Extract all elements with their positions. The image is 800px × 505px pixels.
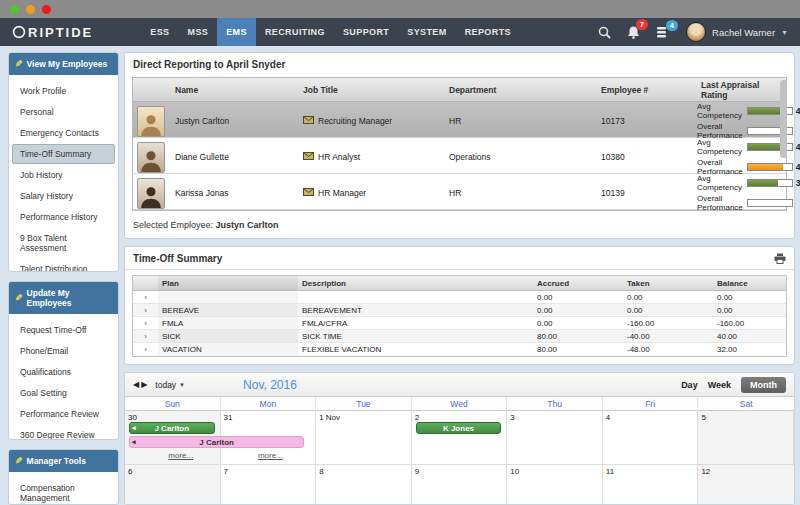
time-off-row-sick[interactable]: › SICK SICK TIME 80.00 -40.00 40.00 — [133, 330, 786, 343]
sidebar: ✎ View My Employees Work Profile Persona… — [8, 52, 119, 505]
time-off-row-bereave[interactable]: › BEREAVE BEREAVEMENT 0.00 0.00 0.00 — [133, 304, 786, 317]
time-off-row-fmla[interactable]: › FMLA FMLA/CFRA 0.00 -160.00 -160.00 — [133, 317, 786, 330]
col-plan[interactable]: Plan — [158, 276, 298, 290]
window-minimize-button[interactable] — [10, 5, 19, 14]
notifications-bell-icon[interactable]: 7 — [627, 25, 640, 39]
printer-icon[interactable] — [774, 253, 794, 264]
sidebar-item-emergency-contacts[interactable]: Emergency Contacts — [12, 123, 115, 143]
nav-item-ems[interactable]: EMS — [217, 18, 256, 46]
time-off-row[interactable]: › 0.00 0.00 0.00 — [133, 291, 786, 304]
col-employee-number[interactable]: Employee # — [597, 85, 697, 95]
calendar-day-cell[interactable]: 12 — [698, 465, 794, 505]
sidebar-item-goal-setting[interactable]: Goal Setting — [12, 383, 115, 403]
expand-arrow-icon[interactable]: › — [133, 332, 158, 341]
calendar-day-cell[interactable]: 4 — [603, 411, 699, 465]
riptide-logo-icon — [12, 25, 26, 39]
selected-employee-name: Justyn Carlton — [216, 220, 279, 230]
pencil-icon: ✎ — [15, 456, 23, 466]
overall-performance-bar — [747, 199, 793, 207]
calendar-more-link-sun[interactable]: more... — [168, 451, 193, 460]
sidebar-item-360-degree-review[interactable]: 360 Degree Review — [12, 425, 115, 441]
table-scrollbar[interactable] — [780, 80, 787, 200]
col-accrued[interactable]: Accrued — [533, 279, 623, 288]
sidebar-item-time-off-summary[interactable]: Time-Off Summary — [12, 144, 115, 164]
sidebar-section-header[interactable]: ✎ Update My Employees — [9, 282, 118, 314]
nav-item-support[interactable]: SUPPORT — [334, 18, 398, 46]
sidebar-item-phone-email[interactable]: Phone/Email — [12, 341, 115, 361]
sidebar-item-job-history[interactable]: Job History — [12, 165, 115, 185]
chevron-down-icon: ▼ — [781, 29, 788, 36]
mail-icon[interactable] — [303, 188, 314, 198]
calendar-day-cell[interactable]: 10 — [507, 465, 603, 505]
sidebar-item-compensation-management[interactable]: Compensation Management — [12, 478, 115, 505]
nav-item-ess[interactable]: ESS — [141, 18, 178, 46]
nav-item-reports[interactable]: REPORTS — [456, 18, 520, 46]
sidebar-item-qualifications[interactable]: Qualifications — [12, 362, 115, 382]
employee-row-diane-gullette[interactable]: Diane Gullette HR Analyst Operations 103… — [133, 138, 786, 174]
direct-reporting-title: Direct Reporting to April Snyder — [125, 53, 794, 75]
sidebar-item-salary-history[interactable]: Salary History — [12, 186, 115, 206]
col-department[interactable]: Department — [445, 85, 597, 95]
expand-arrow-icon[interactable]: › — [133, 319, 158, 328]
calendar-view-week[interactable]: Week — [708, 380, 731, 390]
calendar-day-cell[interactable]: 5 — [698, 411, 794, 465]
employee-row-karissa-jonas[interactable]: Karissa Jonas HR Manager HR 10139 Avg Co… — [133, 174, 786, 210]
calendar-view-month[interactable]: Month — [741, 377, 786, 393]
col-job-title[interactable]: Job Title — [299, 85, 445, 95]
employee-job-title: Recruiting Manager — [318, 116, 392, 126]
window-maximize-button[interactable] — [26, 5, 35, 14]
calendar-more-link-mon[interactable]: more... — [258, 451, 283, 460]
mail-icon[interactable] — [303, 152, 314, 162]
pencil-icon: ✎ — [15, 59, 23, 69]
mail-icon[interactable] — [303, 116, 314, 126]
sidebar-item-work-profile[interactable]: Work Profile — [12, 81, 115, 101]
brand-name: RIPTIDE — [28, 25, 93, 40]
calendar-day-cell[interactable]: 3 — [507, 411, 603, 465]
calendar-event-j-carlton-pink[interactable]: ◂J Carlton — [129, 436, 304, 448]
employee-photo — [137, 106, 165, 137]
calendar-event-k-jones[interactable]: K Jones — [416, 422, 502, 434]
calendar-event-j-carlton-green[interactable]: ◂J Carlton — [129, 422, 215, 434]
col-balance[interactable]: Balance — [713, 279, 786, 288]
sidebar-item-request-time-off[interactable]: Request Time-Off — [12, 320, 115, 340]
sidebar-section-header[interactable]: ✎ Manager Tools — [9, 450, 118, 472]
calendar-day-cell[interactable]: 9 — [412, 465, 508, 505]
sidebar-item-personal[interactable]: Personal — [12, 102, 115, 122]
search-icon[interactable] — [598, 26, 611, 39]
time-off-row-vacation[interactable]: › VACATION FLEXIBLE VACATION 80.00 -48.0… — [133, 343, 786, 356]
calendar-day-cell[interactable]: 2 — [412, 411, 508, 465]
employee-job-title: HR Manager — [318, 188, 366, 198]
nav-item-mss[interactable]: MSS — [179, 18, 218, 46]
col-last-appraisal-rating[interactable]: Last Appraisal Rating — [697, 80, 786, 100]
selected-employee-line: Selected Employee: Justyn Carlton — [125, 211, 794, 238]
sidebar-item-talent-distribution-curve[interactable]: Talent Distribution Curve — [12, 259, 115, 272]
expand-arrow-icon[interactable]: › — [133, 345, 158, 354]
calendar-day-cell[interactable]: 7 — [221, 465, 317, 505]
brand-logo[interactable]: RIPTIDE — [12, 25, 93, 40]
nav-item-system[interactable]: SYSTEM — [398, 18, 455, 46]
sidebar-item-performance-review[interactable]: Performance Review — [12, 404, 115, 424]
calendar-day-cell[interactable]: 8 — [316, 465, 412, 505]
time-off-summary-panel: Time-Off Summary Plan Description Accrue… — [124, 246, 795, 365]
nav-item-recruiting[interactable]: RECRUITING — [256, 18, 334, 46]
user-menu[interactable]: Rachel Warner ▼ — [686, 22, 788, 42]
tasks-icon[interactable]: 4 — [656, 26, 670, 39]
expand-arrow-icon[interactable]: › — [133, 306, 158, 315]
calendar-day-cell[interactable]: 11 — [603, 465, 699, 505]
calendar-view-day[interactable]: Day — [681, 380, 698, 390]
window-close-button[interactable] — [42, 5, 51, 14]
col-taken[interactable]: Taken — [623, 279, 713, 288]
col-name[interactable]: Name — [171, 85, 299, 95]
calendar-day-cell[interactable]: 1 Nov — [316, 411, 412, 465]
calendar-today-button[interactable]: today ▼ — [155, 380, 185, 390]
expand-arrow-icon[interactable]: › — [133, 293, 158, 302]
calendar-prev-next-arrows[interactable]: ◀▶ — [133, 380, 149, 389]
col-description[interactable]: Description — [298, 279, 533, 288]
time-off-summary-title: Time-Off Summary — [125, 247, 230, 269]
sidebar-item-9-box-talent-assessment[interactable]: 9 Box Talent Assessment — [12, 228, 115, 258]
direct-reporting-panel: Direct Reporting to April Snyder Name Jo… — [124, 52, 795, 239]
calendar-day-cell[interactable]: 6 — [125, 465, 221, 505]
sidebar-item-performance-history[interactable]: Performance History — [12, 207, 115, 227]
employee-row-justyn-carlton[interactable]: Justyn Carlton Recruiting Manager HR 101… — [133, 102, 786, 138]
sidebar-section-header[interactable]: ✎ View My Employees — [9, 53, 118, 75]
